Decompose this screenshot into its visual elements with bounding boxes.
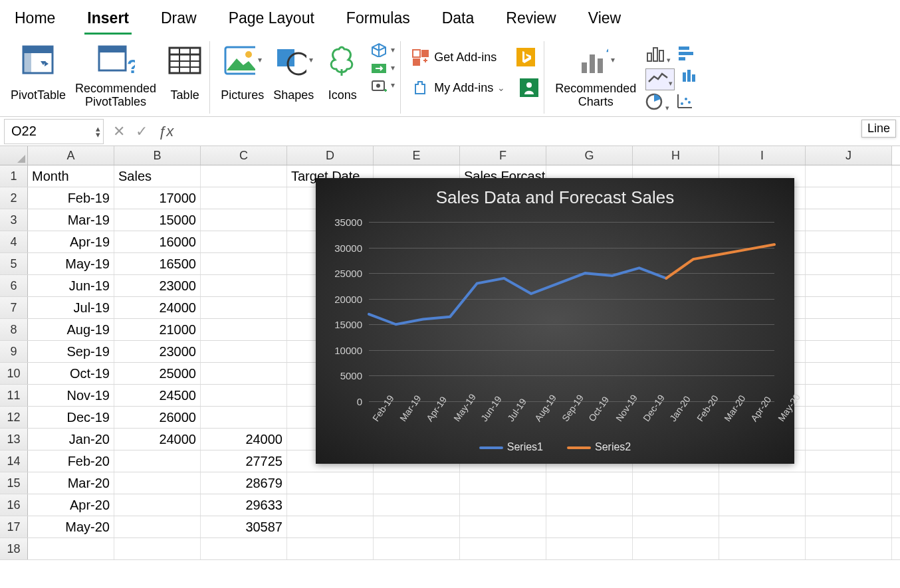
cell-B1[interactable]: Sales: [114, 165, 201, 187]
tab-formulas[interactable]: Formulas: [344, 5, 413, 35]
cell-A6[interactable]: Jun-19: [28, 275, 114, 296]
pie-chart-button[interactable]: ▾: [645, 93, 669, 114]
cell-H16[interactable]: [633, 494, 719, 516]
cell-B2[interactable]: 17000: [114, 187, 201, 209]
tab-review[interactable]: Review: [503, 5, 558, 35]
cell-C2[interactable]: [201, 187, 287, 209]
shapes-button[interactable]: Shapes: [273, 41, 314, 109]
row-header[interactable]: 18: [0, 538, 28, 559]
cell-A4[interactable]: Apr-19: [28, 231, 114, 252]
cell-A7[interactable]: Jul-19: [28, 297, 114, 318]
cell-C14[interactable]: 27725: [201, 450, 287, 472]
cell-I17[interactable]: [719, 516, 806, 538]
cell-F16[interactable]: [460, 494, 546, 516]
line-chart-button[interactable]: ▾: [645, 68, 675, 90]
cell-C11[interactable]: [201, 385, 287, 406]
3dmodels-button[interactable]: ▾: [371, 43, 395, 57]
cell-A17[interactable]: May-20: [28, 516, 114, 538]
cell-J17[interactable]: [806, 516, 892, 538]
tab-draw[interactable]: Draw: [158, 5, 199, 35]
cell-B16[interactable]: [114, 494, 201, 516]
row-header[interactable]: 11: [0, 385, 28, 406]
cell-E15[interactable]: [374, 472, 460, 494]
cell-J14[interactable]: [806, 450, 892, 472]
cell-A12[interactable]: Dec-19: [28, 407, 114, 428]
cell-C6[interactable]: [201, 275, 287, 296]
col-header-H[interactable]: H: [633, 146, 719, 165]
row-header[interactable]: 5: [0, 253, 28, 274]
cell-I16[interactable]: [719, 494, 806, 516]
cell-H15[interactable]: [633, 472, 719, 494]
tab-page-layout[interactable]: Page Layout: [226, 5, 317, 35]
cell-A10[interactable]: Oct-19: [28, 363, 114, 384]
cell-B5[interactable]: 16500: [114, 253, 201, 274]
cell-C8[interactable]: [201, 319, 287, 340]
cell-B17[interactable]: [114, 516, 201, 538]
cell-C10[interactable]: [201, 363, 287, 384]
col-header-E[interactable]: E: [374, 146, 460, 165]
name-box[interactable]: O22 ▴▾: [4, 119, 104, 144]
cell-E17[interactable]: [374, 516, 460, 538]
cell-C7[interactable]: [201, 297, 287, 318]
cell-F17[interactable]: [460, 516, 546, 538]
cell-J8[interactable]: [806, 319, 892, 340]
row-header[interactable]: 10: [0, 363, 28, 384]
row-header[interactable]: 14: [0, 450, 28, 472]
select-all-corner[interactable]: [0, 146, 28, 165]
cell-E16[interactable]: [374, 494, 460, 516]
cell-B15[interactable]: [114, 472, 201, 494]
table-button[interactable]: Table: [166, 41, 204, 109]
col-header-C[interactable]: C: [201, 146, 287, 165]
scatter-chart-button[interactable]: [676, 93, 693, 114]
cell-C17[interactable]: 30587: [201, 516, 287, 538]
row-header[interactable]: 2: [0, 187, 28, 209]
row-header[interactable]: 15: [0, 472, 28, 494]
cell-B13[interactable]: 24000: [114, 429, 201, 450]
row-header[interactable]: 1: [0, 165, 28, 187]
cell-A2[interactable]: Feb-19: [28, 187, 114, 209]
cell-A18[interactable]: [28, 538, 114, 559]
col-header-B[interactable]: B: [114, 146, 201, 165]
cell-B11[interactable]: 24500: [114, 385, 201, 406]
cell-A8[interactable]: Aug-19: [28, 319, 114, 340]
cell-B7[interactable]: 24000: [114, 297, 201, 318]
cell-B18[interactable]: [114, 538, 201, 559]
cell-A3[interactable]: Mar-19: [28, 209, 114, 231]
screenshot-button[interactable]: ▾: [371, 78, 395, 92]
col-header-I[interactable]: I: [719, 146, 806, 165]
fx-icon[interactable]: ƒx: [153, 123, 179, 140]
cell-J6[interactable]: [806, 275, 892, 296]
pivottable-button[interactable]: PivotTable: [11, 41, 66, 109]
cell-I18[interactable]: [719, 538, 806, 559]
row-header[interactable]: 13: [0, 429, 28, 450]
col-header-D[interactable]: D: [287, 146, 374, 165]
cell-J16[interactable]: [806, 494, 892, 516]
icons-button[interactable]: Icons: [323, 41, 362, 109]
row-header[interactable]: 8: [0, 319, 28, 340]
cell-D17[interactable]: [287, 516, 374, 538]
row-header[interactable]: 7: [0, 297, 28, 318]
tab-view[interactable]: View: [586, 5, 623, 35]
cell-I15[interactable]: [719, 472, 806, 494]
recommended-pivottables-button[interactable]: ? Recommended PivotTables: [75, 41, 156, 109]
cell-H17[interactable]: [633, 516, 719, 538]
cell-A9[interactable]: Sep-19: [28, 341, 114, 362]
tab-insert[interactable]: Insert: [84, 5, 132, 35]
cell-J10[interactable]: [806, 363, 892, 384]
col-header-A[interactable]: A: [28, 146, 114, 165]
namebox-spinner-icon[interactable]: ▴▾: [96, 126, 100, 138]
cell-A15[interactable]: Mar-20: [28, 472, 114, 494]
cancel-formula-button[interactable]: ✕: [108, 123, 130, 140]
row-header[interactable]: 12: [0, 407, 28, 428]
cell-C9[interactable]: [201, 341, 287, 362]
cell-A13[interactable]: Jan-20: [28, 429, 114, 450]
cell-C3[interactable]: [201, 209, 287, 231]
cell-B3[interactable]: 15000: [114, 209, 201, 231]
cell-J18[interactable]: [806, 538, 892, 559]
accept-formula-button[interactable]: ✓: [130, 123, 153, 140]
col-header-F[interactable]: F: [460, 146, 546, 165]
people-graph-icon[interactable]: [520, 78, 538, 97]
cell-J15[interactable]: [806, 472, 892, 494]
row-header[interactable]: 16: [0, 494, 28, 516]
row-header[interactable]: 6: [0, 275, 28, 296]
